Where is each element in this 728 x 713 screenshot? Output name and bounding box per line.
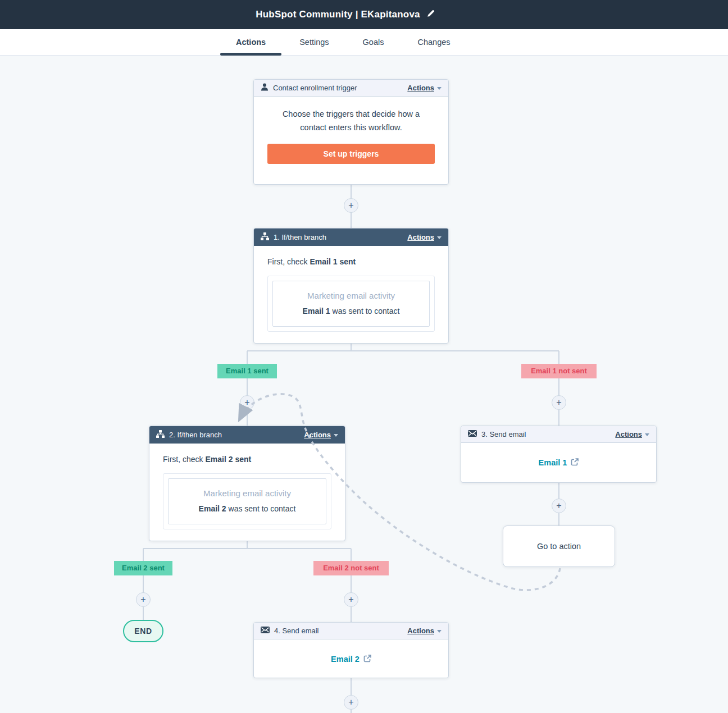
tab-actions[interactable]: Actions: [219, 29, 283, 55]
email-1-link[interactable]: Email 1: [539, 458, 579, 468]
chevron-down-icon: [437, 630, 442, 633]
branch-icon: [261, 232, 269, 242]
branch-1-filter-box: Marketing email activity Email 1 was sen…: [267, 276, 435, 332]
send-email-4-header: 4. Send email Actions: [254, 623, 448, 639]
filter-condition: Email 2 was sent to contact: [174, 504, 320, 513]
branch-1-title: 1. If/then branch: [274, 233, 326, 241]
branch-1-no-label: Email 1 not sent: [521, 364, 597, 378]
branch-1-actions-dropdown[interactable]: Actions: [407, 233, 442, 241]
email-icon: [261, 627, 270, 635]
send-email-4-card[interactable]: 4. Send email Actions Email 2: [253, 622, 449, 678]
filter-category: Marketing email activity: [174, 488, 320, 498]
workflow-canvas[interactable]: Contact enrollment trigger Actions Choos…: [0, 56, 728, 713]
chevron-down-icon: [645, 433, 649, 436]
set-up-triggers-button[interactable]: Set up triggers: [267, 144, 435, 164]
edit-title-button[interactable]: [427, 9, 435, 20]
send-email-4-title: 4. Send email: [274, 627, 319, 635]
workflow-title: HubSpot Community | EKapitanova: [256, 9, 420, 20]
send-email-3-title: 3. Send email: [481, 430, 526, 438]
branch-2-header: 2. If/then branch Actions: [149, 426, 345, 444]
add-action-button[interactable]: +: [552, 395, 566, 410]
external-link-icon: [571, 458, 579, 468]
workflow-title-group: HubSpot Community | EKapitanova: [256, 9, 435, 20]
branch-2-title: 2. If/then branch: [169, 431, 222, 439]
chevron-down-icon: [334, 434, 338, 437]
branch-2-yes-label: Email 2 sent: [114, 561, 172, 575]
if-then-branch-2-card[interactable]: 2. If/then branch Actions First, check E…: [149, 426, 345, 541]
chevron-down-icon: [437, 87, 442, 90]
send-email-4-actions-dropdown[interactable]: Actions: [407, 627, 442, 635]
trigger-card-title: Contact enrollment trigger: [273, 84, 357, 92]
trigger-card-header: Contact enrollment trigger Actions: [254, 80, 448, 97]
tab-group: Actions Settings Goals Changes: [219, 29, 467, 55]
contact-icon: [261, 83, 269, 93]
add-action-button[interactable]: +: [240, 395, 254, 410]
if-then-branch-1-card[interactable]: 1. If/then branch Actions First, check E…: [253, 228, 449, 344]
add-action-button[interactable]: +: [136, 592, 151, 607]
pencil-icon: [427, 9, 435, 20]
branch-2-body: First, check Email 2 sent Marketing emai…: [149, 444, 345, 543]
email-icon: [468, 430, 477, 438]
send-email-3-body: Email 1: [461, 443, 656, 482]
filter-condition: Email 1 was sent to contact: [279, 307, 424, 316]
go-to-action-card[interactable]: Go to action: [503, 525, 615, 567]
trigger-actions-dropdown[interactable]: Actions: [407, 84, 442, 92]
external-link-icon: [363, 655, 371, 664]
workflow-editor: HubSpot Community | EKapitanova Actions …: [0, 0, 728, 713]
trigger-description: Choose the triggers that decide how a co…: [270, 107, 433, 134]
branch-1-yes-label: Email 1 sent: [217, 364, 277, 378]
send-email-3-header: 3. Send email Actions: [461, 426, 656, 443]
chevron-down-icon: [437, 236, 442, 239]
trigger-card-body: Choose the triggers that decide how a co…: [254, 97, 448, 177]
email-2-link[interactable]: Email 2: [331, 655, 371, 664]
add-action-button[interactable]: +: [552, 499, 566, 513]
add-action-button[interactable]: +: [344, 695, 358, 710]
branch-icon: [156, 430, 165, 440]
branch-2-actions-dropdown[interactable]: Actions: [304, 431, 338, 439]
branch-2-filter-box: Marketing email activity Email 2 was sen…: [163, 473, 331, 529]
branch-1-header: 1. If/then branch Actions: [254, 228, 448, 246]
send-email-3-card[interactable]: 3. Send email Actions Email 1: [461, 426, 657, 483]
tab-goals[interactable]: Goals: [346, 29, 401, 55]
tab-settings[interactable]: Settings: [283, 29, 345, 55]
send-email-4-body: Email 2: [254, 639, 448, 679]
branch-2-no-label: Email 2 not sent: [313, 561, 389, 575]
tab-bar: Actions Settings Goals Changes: [0, 29, 728, 56]
top-bar: HubSpot Community | EKapitanova: [0, 0, 728, 29]
branch-1-body: First, check Email 1 sent Marketing emai…: [254, 246, 448, 345]
tab-changes[interactable]: Changes: [401, 29, 467, 55]
contact-enrollment-trigger-card[interactable]: Contact enrollment trigger Actions Choos…: [253, 79, 449, 185]
filter-category: Marketing email activity: [279, 291, 424, 300]
add-action-button[interactable]: +: [344, 592, 358, 607]
branch-1-check-line: First, check Email 1 sent: [267, 257, 435, 266]
send-email-3-actions-dropdown[interactable]: Actions: [615, 430, 649, 438]
end-node: END: [123, 620, 163, 642]
branch-2-check-line: First, check Email 2 sent: [163, 455, 331, 464]
add-action-button[interactable]: +: [344, 198, 358, 213]
